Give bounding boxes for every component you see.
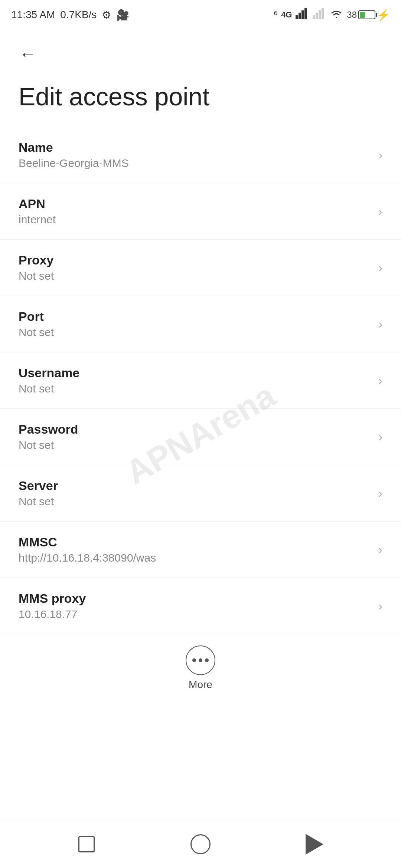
more-dot3 (205, 658, 209, 662)
chevron-icon-mms-proxy: › (378, 599, 382, 613)
settings-item-server[interactable]: Server Not set › (0, 465, 401, 522)
svg-rect-1 (299, 13, 301, 19)
settings-item-label-port: Port (19, 309, 371, 324)
settings-item-content-port: Port Not set (19, 309, 371, 339)
settings-item-username[interactable]: Username Not set › (0, 352, 401, 409)
svg-rect-4 (313, 15, 315, 19)
svg-rect-6 (319, 10, 321, 19)
settings-item-label-name: Name (19, 140, 371, 155)
more-circle-icon (186, 645, 215, 675)
settings-item-label-password: Password (19, 422, 371, 437)
more-dot1 (192, 658, 196, 662)
back-button[interactable]: ← (15, 41, 41, 67)
nav-home-icon (190, 834, 211, 854)
settings-item-mms-proxy[interactable]: MMS proxy 10.16.18.77 › (0, 578, 401, 634)
svg-rect-2 (301, 10, 304, 19)
settings-icon: ⚙ (102, 9, 111, 21)
status-right: ⁶ 4G 38 (274, 8, 390, 22)
settings-item-content-name: Name Beeline-Georgia-MMS (19, 140, 371, 170)
nav-bar (0, 820, 401, 868)
chevron-icon-port: › (378, 317, 382, 331)
chevron-icon-password: › (378, 430, 382, 444)
settings-item-content-mms-proxy: MMS proxy 10.16.18.77 (19, 591, 371, 621)
settings-list: Name Beeline-Georgia-MMS › APN internet … (0, 127, 401, 634)
svg-rect-7 (322, 8, 324, 19)
back-arrow-icon: ← (19, 44, 36, 64)
settings-item-label-mms-proxy: MMS proxy (19, 591, 371, 606)
settings-item-label-proxy: Proxy (19, 253, 371, 267)
more-dot2 (199, 658, 202, 662)
more-label: More (189, 679, 212, 691)
settings-item-value-apn: internet (19, 213, 371, 226)
settings-item-value-password: Not set (19, 439, 371, 451)
settings-item-port[interactable]: Port Not set › (0, 296, 401, 352)
settings-item-content-username: Username Not set (19, 366, 371, 395)
settings-item-value-port: Not set (19, 326, 371, 339)
status-time: 11:35 AM (11, 9, 55, 21)
settings-item-label-apn: APN (19, 197, 371, 211)
signal-bars-icon (296, 8, 309, 22)
bluetooth-icon: ⁶ (274, 9, 277, 21)
page-title: Edit access point (0, 74, 401, 127)
settings-item-content-mmsc: MMSC http://10.16.18.4:38090/was (19, 535, 371, 564)
settings-item-value-server: Not set (19, 495, 371, 508)
back-area: ← (0, 30, 401, 74)
nav-recents-button[interactable] (68, 829, 105, 859)
settings-item-value-username: Not set (19, 382, 371, 395)
svg-rect-0 (296, 15, 298, 19)
nav-back-icon (306, 834, 323, 855)
status-left: 11:35 AM 0.7KB/s ⚙ 🎥 (11, 9, 129, 21)
nav-back-button[interactable] (296, 829, 333, 859)
chevron-icon-name: › (378, 148, 382, 162)
settings-item-label-mmsc: MMSC (19, 535, 371, 549)
chevron-icon-apn: › (378, 204, 382, 218)
settings-item-content-server: Server Not set (19, 479, 371, 508)
settings-item-content-apn: APN internet (19, 197, 371, 226)
battery-icon (358, 10, 375, 19)
video-icon: 🎥 (116, 9, 129, 21)
wifi-icon (330, 9, 343, 22)
settings-item-value-proxy: Not set (19, 270, 371, 282)
settings-item-value-name: Beeline-Georgia-MMS (19, 157, 371, 170)
settings-item-apn[interactable]: APN internet › (0, 183, 401, 240)
more-button[interactable]: More (186, 645, 215, 691)
signal-4g-icon: 4G (281, 10, 292, 20)
settings-item-content-proxy: Proxy Not set (19, 253, 371, 282)
chevron-icon-proxy: › (378, 260, 382, 275)
settings-item-value-mmsc: http://10.16.18.4:38090/was (19, 552, 371, 564)
chevron-icon-server: › (378, 486, 382, 500)
nav-home-button[interactable] (182, 829, 219, 859)
settings-item-password[interactable]: Password Not set › (0, 409, 401, 465)
settings-item-value-mms-proxy: 10.16.18.77 (19, 608, 371, 621)
battery-indicator: 38 ⚡ (347, 9, 390, 21)
signal-bars2-icon (313, 8, 326, 22)
settings-item-name[interactable]: Name Beeline-Georgia-MMS › (0, 127, 401, 183)
more-area: More (0, 634, 401, 698)
settings-item-label-server: Server (19, 479, 371, 493)
svg-rect-5 (316, 13, 318, 19)
settings-item-content-password: Password Not set (19, 422, 371, 451)
settings-item-proxy[interactable]: Proxy Not set › (0, 240, 401, 296)
nav-recents-icon (78, 836, 95, 852)
svg-rect-3 (304, 8, 307, 19)
chevron-icon-username: › (378, 373, 382, 388)
settings-item-label-username: Username (19, 366, 371, 380)
settings-item-mmsc[interactable]: MMSC http://10.16.18.4:38090/was › (0, 522, 401, 578)
status-speed: 0.7KB/s (60, 9, 97, 21)
status-bar: 11:35 AM 0.7KB/s ⚙ 🎥 ⁶ 4G (0, 0, 401, 30)
chevron-icon-mmsc: › (378, 542, 382, 557)
